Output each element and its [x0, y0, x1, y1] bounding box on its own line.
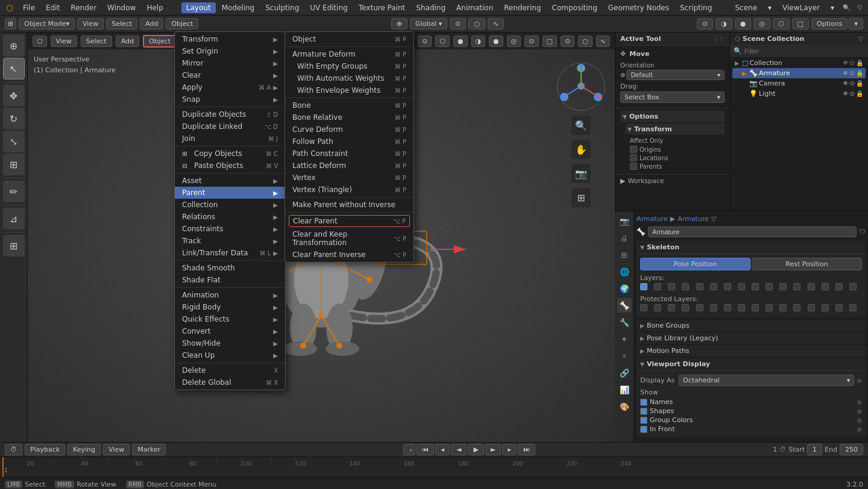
vp-snap[interactable]: ⊙	[561, 36, 574, 47]
navigation-gizmo[interactable]: Y X Z	[557, 63, 605, 111]
layer-4[interactable]	[682, 283, 689, 290]
layer-13[interactable]	[808, 283, 815, 290]
tl-view-btn[interactable]: View	[103, 444, 130, 455]
prev-keyframe-btn[interactable]: ◄	[451, 444, 467, 455]
pm-vertex[interactable]: Vertex ⌘ P	[285, 172, 414, 184]
motion-paths-toggle[interactable]: ▶ Motion Paths	[637, 345, 866, 357]
dm-paste-objects[interactable]: ⊟ Paste Objects ⌘ V	[175, 160, 285, 172]
pm-path-constraint[interactable]: Path Constraint ⌘ P	[285, 148, 414, 160]
dm-clear[interactable]: Clear ▶	[175, 69, 285, 81]
grid-view-btn[interactable]: ⊞	[571, 188, 591, 207]
names-checkbox[interactable]	[640, 399, 647, 406]
pm-clear-parent[interactable]: Clear Parent ⌥ P	[289, 215, 410, 227]
layer-6[interactable]	[710, 283, 717, 290]
viewport-solid-btn[interactable]: ●	[735, 18, 752, 30]
dm-shade-flat[interactable]: Shade Flat	[175, 274, 285, 286]
prot-layer-15[interactable]	[835, 304, 843, 311]
select-btn[interactable]: Select	[106, 18, 137, 30]
options-btn[interactable]: Options	[811, 18, 848, 30]
pm-make-without-inverse[interactable]: Make Parent without Inverse	[285, 199, 414, 211]
keyframe-btn[interactable]: ⬦	[403, 444, 415, 455]
workspace-toggle[interactable]: ▶ Workspace	[620, 177, 725, 185]
menu-layout[interactable]: Layout	[181, 2, 216, 13]
menu-file[interactable]: File	[18, 2, 40, 13]
vp-render[interactable]: ◎	[507, 36, 521, 47]
pm-clear-keep-transform[interactable]: Clear and Keep Transformation ⌥ P	[285, 228, 414, 249]
layer-11[interactable]	[779, 283, 787, 290]
pm-bone[interactable]: Bone ⌘ P	[285, 99, 414, 111]
breadcrumb-armature2[interactable]: Armature	[678, 215, 709, 223]
bone-groups-toggle[interactable]: ▶ Bone Groups	[637, 320, 866, 331]
scene-coll-vis3[interactable]: 🔒	[856, 60, 863, 66]
menu-geometry-nodes[interactable]: Geometry Nodes	[603, 2, 674, 13]
layer-1-active[interactable]	[640, 283, 647, 290]
outliner-editor-icon[interactable]: ⬡	[735, 36, 740, 42]
end-frame-input[interactable]: 250	[840, 444, 863, 455]
layer-7[interactable]	[724, 283, 731, 290]
play-btn[interactable]: ▶	[468, 444, 483, 455]
prev-frame-btn[interactable]: ◂	[435, 444, 450, 455]
outliner-camera[interactable]: 📷 Camera 👁 ⊙ 🔒	[732, 78, 866, 89]
vp-shading-dot[interactable]: ●	[453, 36, 468, 47]
in-front-checkbox[interactable]	[640, 426, 647, 433]
menu-rendering[interactable]: Rendering	[499, 2, 546, 13]
move-tool[interactable]: ✥	[3, 85, 25, 107]
prot-layer-5[interactable]	[696, 304, 703, 311]
dm-track[interactable]: Track ▶	[175, 235, 285, 247]
menu-uv-editing[interactable]: UV Editing	[305, 2, 353, 13]
prot-layer-7[interactable]	[724, 304, 731, 311]
prot-layer-2[interactable]	[654, 304, 661, 311]
curve-btn[interactable]: ∿	[488, 18, 504, 30]
prot-layer-3[interactable]	[668, 304, 675, 311]
dm-transform[interactable]: Transform ▶	[175, 33, 285, 45]
annotate-tool[interactable]: ✏	[3, 181, 25, 202]
arm-vis2[interactable]: ⊙	[850, 70, 855, 76]
vp-curve[interactable]: ∿	[596, 36, 610, 47]
prot-layer-4[interactable]	[682, 304, 689, 311]
render-props-btn[interactable]: 📷	[617, 214, 632, 228]
parents-checkbox[interactable]	[630, 163, 637, 170]
layer-16[interactable]	[849, 283, 857, 290]
dm-collection[interactable]: Collection ▶	[175, 199, 285, 211]
breadcrumb-armature[interactable]: Armature	[637, 215, 668, 223]
layer-15[interactable]	[835, 283, 843, 290]
start-frame-input[interactable]: 1	[807, 444, 822, 455]
layer-14[interactable]	[822, 283, 829, 290]
prot-layer-9[interactable]	[752, 304, 759, 311]
viewport-shading-btn[interactable]: ⊙	[697, 18, 713, 30]
vp-shading2[interactable]: ◑	[471, 36, 486, 47]
world-props-btn[interactable]: 🌍	[617, 281, 632, 296]
transform-toggle[interactable]: ▼ Transform	[625, 123, 725, 135]
vp-select-menu[interactable]: Select	[81, 36, 112, 47]
dm-asset[interactable]: Asset ▶	[175, 175, 285, 187]
vp-object-menu[interactable]: Object	[143, 35, 177, 48]
pm-with-automatic-weights[interactable]: With Automatic Weights ⌘ P	[285, 72, 414, 84]
timeline-track[interactable]: 20 40 60 80 100 120 140 160 180 200 220 …	[0, 457, 868, 477]
menu-modeling[interactable]: Modeling	[217, 2, 260, 13]
vp-prop-edit[interactable]: ○	[578, 36, 593, 47]
light-vis1[interactable]: 👁	[843, 90, 849, 97]
dm-clean-up[interactable]: Clean Up ▶	[175, 349, 285, 361]
particle-props-btn[interactable]: ✦	[617, 332, 632, 346]
global-btn[interactable]: Global ▾	[410, 18, 447, 30]
layer-3[interactable]	[668, 283, 675, 290]
dm-apply[interactable]: Apply ⌘ A ▶	[175, 81, 285, 93]
options-dropdown[interactable]: ▾	[849, 18, 863, 30]
layer-9[interactable]	[752, 283, 759, 290]
workspace-icon-btn[interactable]: ⊞	[5, 18, 16, 30]
pm-follow-path[interactable]: Follow Path ⌘ P	[285, 135, 414, 148]
arm-vis3[interactable]: 🔒	[856, 70, 863, 76]
filter-icon[interactable]: ▽	[854, 2, 866, 14]
select-tool[interactable]: ↖	[3, 58, 25, 79]
viewport-overlay-btn[interactable]: ⬡	[773, 18, 790, 30]
zoom-tool-btn[interactable]: 🔍	[571, 116, 591, 135]
dm-join[interactable]: Join ⌘ J	[175, 132, 285, 145]
light-vis2[interactable]: ⊙	[850, 90, 855, 97]
jump-start-btn[interactable]: ⏮	[417, 444, 434, 455]
dm-relations[interactable]: Relations ▶	[175, 211, 285, 223]
material-props-btn[interactable]: 🎨	[617, 399, 632, 414]
menu-texture-paint[interactable]: Texture Paint	[354, 2, 410, 13]
menu-scripting[interactable]: Scripting	[675, 2, 717, 13]
layer-2[interactable]	[654, 283, 661, 290]
dm-snap[interactable]: Snap ▶	[175, 93, 285, 105]
